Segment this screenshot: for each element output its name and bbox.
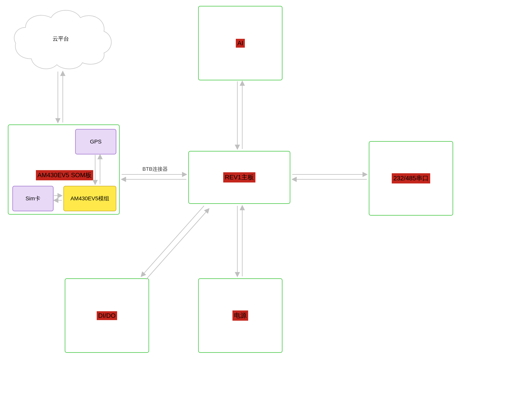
som-board-node: AM430EV5 SOM板 GPS Sim卡 AM430EV5模组 xyxy=(8,124,120,215)
sim-node: Sim卡 xyxy=(12,186,54,211)
power-label: 电源 xyxy=(232,311,248,321)
arrow-dido-to-rev1 xyxy=(146,209,209,279)
rev1-label: REV1主板 xyxy=(223,172,256,183)
module-label: AM430EV5模组 xyxy=(69,194,111,203)
dido-label: DI/DO xyxy=(97,311,117,320)
ai-label: AI xyxy=(236,39,245,48)
btb-edge-label: BTB连接器 xyxy=(141,166,169,173)
gps-node: GPS xyxy=(75,129,116,155)
cloud-node: 云平台 xyxy=(8,4,114,74)
ai-node: AI xyxy=(198,6,283,80)
module-node: AM430EV5模组 xyxy=(63,186,116,211)
sim-label: Sim卡 xyxy=(24,194,42,203)
arrow-rev1-to-dido xyxy=(141,206,204,276)
rev1-node: REV1主板 xyxy=(188,151,290,204)
serial-label: 232/485串口 xyxy=(392,173,430,183)
power-node: 电源 xyxy=(198,278,283,353)
gps-label: GPS xyxy=(88,138,103,146)
cloud-label: 云平台 xyxy=(51,34,71,43)
dido-node: DI/DO xyxy=(65,278,149,353)
serial-node: 232/485串口 xyxy=(369,141,453,216)
som-board-label: AM430EV5 SOM板 xyxy=(36,170,93,180)
